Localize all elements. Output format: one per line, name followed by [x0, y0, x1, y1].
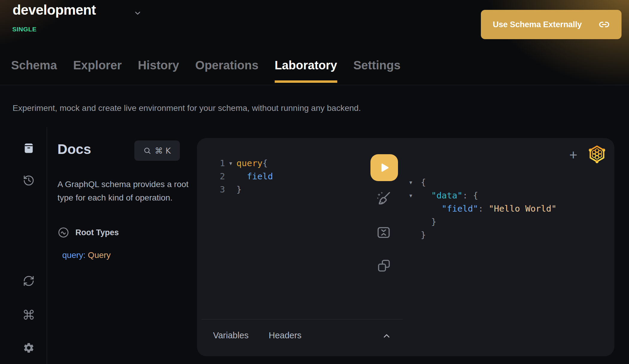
root-field-name: query [62, 250, 83, 260]
fold-triangle-icon[interactable]: ▾ [225, 157, 236, 170]
copy-query-button[interactable] [376, 258, 391, 273]
settings-gear-icon[interactable] [23, 342, 35, 354]
prettify-button[interactable] [375, 190, 392, 207]
root-type-name[interactable]: Query [88, 250, 111, 260]
merge-fragments-button[interactable] [376, 225, 391, 240]
response-line: } [409, 215, 557, 228]
line-number: 1 [215, 157, 225, 170]
tab-explorer[interactable]: Explorer [73, 59, 121, 72]
docs-panel-title: Docs [57, 141, 91, 157]
search-icon [143, 147, 151, 155]
page-header: development SINGLE Use Schema Externally… [0, 0, 629, 85]
refresh-icon[interactable] [23, 275, 35, 287]
main-nav-tabs: Schema Explorer History Operations Labor… [11, 59, 400, 72]
search-shortcut-label: ⌘ K [155, 146, 171, 155]
response-line: ▾ { [409, 176, 557, 189]
history-icon[interactable] [23, 175, 35, 186]
query-editor[interactable]: 1 ▾ query{ 2 field 3 } [215, 157, 273, 196]
tab-operations[interactable]: Operations [195, 59, 259, 72]
page-subtitle: Experiment, mock and create live environ… [13, 103, 361, 113]
tab-schema[interactable]: Schema [11, 59, 57, 72]
editor-footer-divider [201, 319, 402, 319]
tab-headers[interactable]: Headers [269, 331, 302, 340]
response-viewer: ▾ { ▾ "data": { "field": "Hello World" }… [409, 176, 557, 241]
tab-history[interactable]: History [138, 59, 179, 72]
response-line: ▾ "data": { [409, 189, 557, 202]
link-icon [599, 19, 610, 30]
compress-chevrons-icon [376, 225, 391, 240]
code-line: 2 field [215, 170, 273, 183]
execute-query-button[interactable] [370, 154, 398, 181]
tab-settings[interactable]: Settings [353, 59, 401, 72]
wave-circle-icon [57, 227, 69, 238]
response-line: "field": "Hello World" [409, 202, 557, 215]
docs-book-icon[interactable] [23, 142, 35, 154]
graphql-hive-logo-icon[interactable] [587, 144, 607, 164]
environment-badge: SINGLE [12, 26, 37, 33]
target-title: development [13, 2, 96, 18]
response-line: } [409, 228, 557, 241]
laboratory-page: development SINGLE Use Schema Externally… [0, 0, 629, 364]
root-query-link[interactable]: query: Query [62, 250, 111, 260]
sidebar-divider [47, 127, 47, 364]
root-types-section: Root Types [57, 227, 119, 238]
code-line: 3 } [215, 183, 273, 196]
command-shortcuts-icon[interactable] [23, 309, 35, 321]
chevron-up-icon[interactable] [382, 331, 391, 341]
line-number: 2 [215, 170, 225, 183]
schema-description: A GraphQL schema provides a root type fo… [57, 178, 195, 204]
tab-variables[interactable]: Variables [213, 331, 249, 340]
prettify-sparkle-broom-icon [375, 190, 392, 207]
root-types-label: Root Types [75, 228, 119, 237]
use-schema-button-label: Use Schema Externally [493, 20, 582, 29]
fold-triangle-icon[interactable]: ▾ [409, 176, 421, 189]
line-number: 3 [215, 183, 225, 196]
use-schema-externally-button[interactable]: Use Schema Externally [481, 10, 622, 39]
code-line: 1 ▾ query{ [215, 157, 273, 170]
play-icon [378, 161, 391, 174]
operation-editor-card: 1 ▾ query{ 2 field 3 } [197, 138, 614, 356]
chevron-down-icon[interactable] [133, 9, 142, 17]
docs-search-button[interactable]: ⌘ K [134, 140, 180, 161]
fold-triangle-icon[interactable]: ▾ [409, 189, 421, 202]
copy-icon [376, 258, 391, 273]
tab-laboratory[interactable]: Laboratory [275, 59, 337, 72]
add-tab-button[interactable]: + [567, 147, 580, 163]
